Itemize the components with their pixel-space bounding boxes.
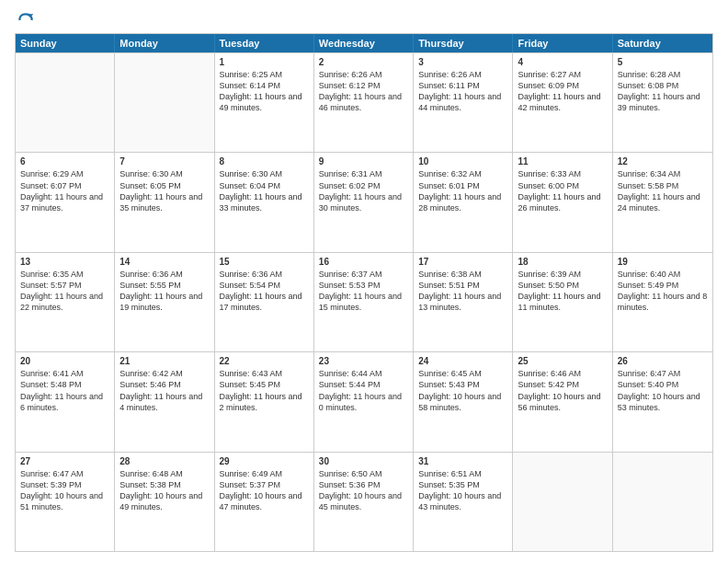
- day-cell-27: 27Sunrise: 6:47 AM Sunset: 5:39 PM Dayli…: [16, 453, 115, 551]
- day-cell-24: 24Sunrise: 6:45 AM Sunset: 5:43 PM Dayli…: [414, 352, 513, 451]
- header-day-thursday: Thursday: [414, 34, 513, 52]
- day-number: 6: [20, 155, 109, 167]
- day-cell-28: 28Sunrise: 6:48 AM Sunset: 5:38 PM Dayli…: [115, 453, 214, 551]
- day-number: 9: [319, 155, 408, 167]
- empty-cell: [613, 453, 712, 551]
- day-cell-13: 13Sunrise: 6:35 AM Sunset: 5:57 PM Dayli…: [16, 253, 115, 351]
- day-cell-10: 10Sunrise: 6:32 AM Sunset: 6:01 PM Dayli…: [414, 153, 513, 251]
- calendar: SundayMondayTuesdayWednesdayThursdayFrid…: [15, 33, 713, 552]
- cell-info: Sunrise: 6:37 AM Sunset: 5:53 PM Dayligh…: [319, 269, 408, 314]
- calendar-row-2: 6Sunrise: 6:29 AM Sunset: 6:07 PM Daylig…: [16, 152, 712, 251]
- day-number: 27: [20, 455, 109, 467]
- day-cell-12: 12Sunrise: 6:34 AM Sunset: 5:58 PM Dayli…: [613, 153, 712, 251]
- calendar-header: SundayMondayTuesdayWednesdayThursdayFrid…: [16, 34, 712, 52]
- day-cell-4: 4Sunrise: 6:27 AM Sunset: 6:09 PM Daylig…: [513, 53, 612, 152]
- day-number: 8: [220, 155, 309, 167]
- empty-cell: [115, 53, 214, 152]
- day-number: 21: [119, 355, 209, 367]
- header-day-wednesday: Wednesday: [314, 34, 414, 52]
- day-number: 14: [119, 256, 209, 268]
- cell-info: Sunrise: 6:32 AM Sunset: 6:01 PM Dayligh…: [418, 168, 507, 213]
- cell-info: Sunrise: 6:48 AM Sunset: 5:38 PM Dayligh…: [119, 468, 209, 513]
- cell-info: Sunrise: 6:50 AM Sunset: 5:36 PM Dayligh…: [319, 468, 408, 513]
- logo: [15, 11, 37, 29]
- cell-info: Sunrise: 6:26 AM Sunset: 6:11 PM Dayligh…: [418, 69, 507, 114]
- cell-info: Sunrise: 6:27 AM Sunset: 6:09 PM Dayligh…: [518, 69, 607, 114]
- calendar-row-3: 13Sunrise: 6:35 AM Sunset: 5:57 PM Dayli…: [16, 252, 712, 351]
- day-cell-19: 19Sunrise: 6:40 AM Sunset: 5:49 PM Dayli…: [613, 253, 712, 351]
- cell-info: Sunrise: 6:38 AM Sunset: 5:51 PM Dayligh…: [418, 269, 507, 314]
- cell-info: Sunrise: 6:34 AM Sunset: 5:58 PM Dayligh…: [618, 168, 708, 213]
- calendar-row-1: 1Sunrise: 6:25 AM Sunset: 6:14 PM Daylig…: [16, 52, 712, 152]
- day-cell-1: 1Sunrise: 6:25 AM Sunset: 6:14 PM Daylig…: [215, 53, 314, 152]
- cell-info: Sunrise: 6:45 AM Sunset: 5:43 PM Dayligh…: [418, 368, 507, 413]
- day-number: 5: [618, 56, 708, 68]
- day-number: 4: [518, 56, 607, 68]
- cell-info: Sunrise: 6:26 AM Sunset: 6:12 PM Dayligh…: [319, 69, 408, 114]
- day-cell-17: 17Sunrise: 6:38 AM Sunset: 5:51 PM Dayli…: [414, 253, 513, 351]
- day-cell-6: 6Sunrise: 6:29 AM Sunset: 6:07 PM Daylig…: [16, 153, 115, 251]
- header: [15, 11, 713, 29]
- cell-info: Sunrise: 6:44 AM Sunset: 5:44 PM Dayligh…: [319, 368, 408, 413]
- day-cell-5: 5Sunrise: 6:28 AM Sunset: 6:08 PM Daylig…: [613, 53, 712, 152]
- cell-info: Sunrise: 6:47 AM Sunset: 5:40 PM Dayligh…: [618, 368, 708, 413]
- cell-info: Sunrise: 6:42 AM Sunset: 5:46 PM Dayligh…: [119, 368, 209, 413]
- day-number: 1: [220, 56, 309, 68]
- day-number: 15: [220, 256, 309, 268]
- day-number: 16: [319, 256, 408, 268]
- day-cell-26: 26Sunrise: 6:47 AM Sunset: 5:40 PM Dayli…: [613, 352, 712, 451]
- empty-cell: [16, 53, 115, 152]
- cell-info: Sunrise: 6:31 AM Sunset: 6:02 PM Dayligh…: [319, 168, 408, 213]
- day-cell-31: 31Sunrise: 6:51 AM Sunset: 5:35 PM Dayli…: [414, 453, 513, 551]
- day-number: 23: [319, 355, 408, 367]
- header-day-monday: Monday: [115, 34, 214, 52]
- day-cell-15: 15Sunrise: 6:36 AM Sunset: 5:54 PM Dayli…: [215, 253, 314, 351]
- header-day-friday: Friday: [513, 34, 612, 52]
- cell-info: Sunrise: 6:25 AM Sunset: 6:14 PM Dayligh…: [220, 69, 309, 114]
- cell-info: Sunrise: 6:36 AM Sunset: 5:54 PM Dayligh…: [220, 269, 309, 314]
- day-cell-22: 22Sunrise: 6:43 AM Sunset: 5:45 PM Dayli…: [215, 352, 314, 451]
- cell-info: Sunrise: 6:43 AM Sunset: 5:45 PM Dayligh…: [220, 368, 309, 413]
- day-number: 26: [618, 355, 708, 367]
- cell-info: Sunrise: 6:30 AM Sunset: 6:04 PM Dayligh…: [220, 168, 309, 213]
- cell-info: Sunrise: 6:49 AM Sunset: 5:37 PM Dayligh…: [220, 468, 309, 513]
- day-number: 31: [418, 455, 507, 467]
- day-number: 30: [319, 455, 408, 467]
- cell-info: Sunrise: 6:35 AM Sunset: 5:57 PM Dayligh…: [20, 269, 109, 314]
- cell-info: Sunrise: 6:29 AM Sunset: 6:07 PM Dayligh…: [20, 168, 109, 213]
- day-number: 29: [220, 455, 309, 467]
- calendar-row-4: 20Sunrise: 6:41 AM Sunset: 5:48 PM Dayli…: [16, 351, 712, 451]
- day-cell-14: 14Sunrise: 6:36 AM Sunset: 5:55 PM Dayli…: [115, 253, 214, 351]
- day-cell-3: 3Sunrise: 6:26 AM Sunset: 6:11 PM Daylig…: [414, 53, 513, 152]
- day-cell-20: 20Sunrise: 6:41 AM Sunset: 5:48 PM Dayli…: [16, 352, 115, 451]
- day-number: 17: [418, 256, 507, 268]
- day-number: 22: [220, 355, 309, 367]
- cell-info: Sunrise: 6:40 AM Sunset: 5:49 PM Dayligh…: [618, 269, 708, 314]
- day-number: 24: [418, 355, 507, 367]
- day-cell-30: 30Sunrise: 6:50 AM Sunset: 5:36 PM Dayli…: [314, 453, 414, 551]
- cell-info: Sunrise: 6:46 AM Sunset: 5:42 PM Dayligh…: [518, 368, 607, 413]
- day-cell-25: 25Sunrise: 6:46 AM Sunset: 5:42 PM Dayli…: [513, 352, 612, 451]
- cell-info: Sunrise: 6:39 AM Sunset: 5:50 PM Dayligh…: [518, 269, 607, 314]
- day-number: 19: [618, 256, 708, 268]
- page: SundayMondayTuesdayWednesdayThursdayFrid…: [0, 0, 728, 563]
- cell-info: Sunrise: 6:36 AM Sunset: 5:55 PM Dayligh…: [119, 269, 209, 314]
- day-cell-23: 23Sunrise: 6:44 AM Sunset: 5:44 PM Dayli…: [314, 352, 414, 451]
- day-cell-7: 7Sunrise: 6:30 AM Sunset: 6:05 PM Daylig…: [115, 153, 214, 251]
- logo-icon: [17, 11, 35, 29]
- day-cell-16: 16Sunrise: 6:37 AM Sunset: 5:53 PM Dayli…: [314, 253, 414, 351]
- cell-info: Sunrise: 6:47 AM Sunset: 5:39 PM Dayligh…: [20, 468, 109, 513]
- cell-info: Sunrise: 6:30 AM Sunset: 6:05 PM Dayligh…: [119, 168, 209, 213]
- day-number: 20: [20, 355, 109, 367]
- cell-info: Sunrise: 6:33 AM Sunset: 6:00 PM Dayligh…: [518, 168, 607, 213]
- calendar-body: 1Sunrise: 6:25 AM Sunset: 6:14 PM Daylig…: [16, 52, 712, 551]
- day-number: 28: [119, 455, 209, 467]
- day-number: 25: [518, 355, 607, 367]
- day-number: 11: [518, 155, 607, 167]
- calendar-row-5: 27Sunrise: 6:47 AM Sunset: 5:39 PM Dayli…: [16, 452, 712, 551]
- day-number: 12: [618, 155, 708, 167]
- day-number: 13: [20, 256, 109, 268]
- day-cell-18: 18Sunrise: 6:39 AM Sunset: 5:50 PM Dayli…: [513, 253, 612, 351]
- empty-cell: [513, 453, 612, 551]
- day-number: 2: [319, 56, 408, 68]
